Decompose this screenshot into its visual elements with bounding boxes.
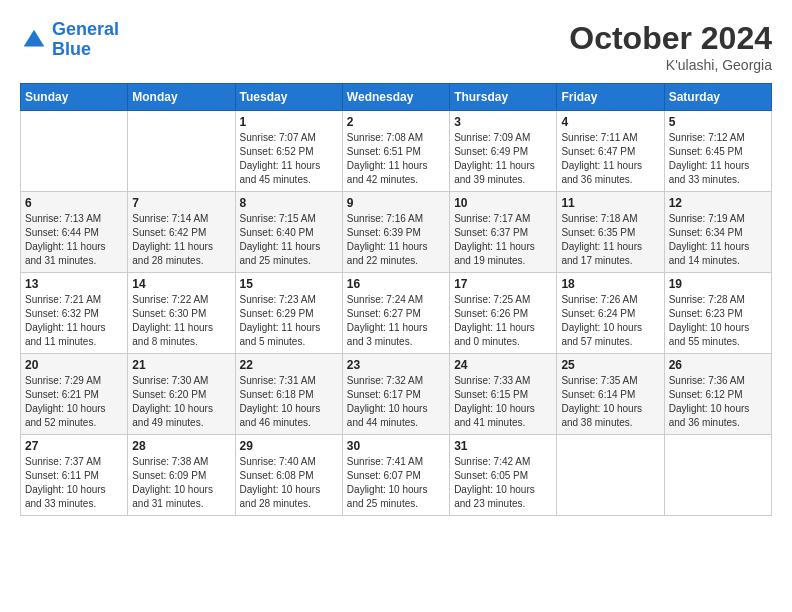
calendar-cell: 20Sunrise: 7:29 AMSunset: 6:21 PMDayligh… (21, 354, 128, 435)
day-info: Sunrise: 7:14 AMSunset: 6:42 PMDaylight:… (132, 212, 230, 268)
page-header: General Blue October 2024 K'ulashi, Geor… (20, 20, 772, 73)
day-number: 3 (454, 115, 552, 129)
calendar-cell: 8Sunrise: 7:15 AMSunset: 6:40 PMDaylight… (235, 192, 342, 273)
calendar-week-2: 13Sunrise: 7:21 AMSunset: 6:32 PMDayligh… (21, 273, 772, 354)
day-info: Sunrise: 7:16 AMSunset: 6:39 PMDaylight:… (347, 212, 445, 268)
day-number: 13 (25, 277, 123, 291)
day-number: 30 (347, 439, 445, 453)
calendar-cell: 30Sunrise: 7:41 AMSunset: 6:07 PMDayligh… (342, 435, 449, 516)
month-title: October 2024 (569, 20, 772, 57)
day-info: Sunrise: 7:23 AMSunset: 6:29 PMDaylight:… (240, 293, 338, 349)
day-number: 26 (669, 358, 767, 372)
calendar-cell: 5Sunrise: 7:12 AMSunset: 6:45 PMDaylight… (664, 111, 771, 192)
day-number: 31 (454, 439, 552, 453)
day-info: Sunrise: 7:38 AMSunset: 6:09 PMDaylight:… (132, 455, 230, 511)
day-info: Sunrise: 7:30 AMSunset: 6:20 PMDaylight:… (132, 374, 230, 430)
day-info: Sunrise: 7:07 AMSunset: 6:52 PMDaylight:… (240, 131, 338, 187)
calendar-cell: 19Sunrise: 7:28 AMSunset: 6:23 PMDayligh… (664, 273, 771, 354)
calendar-cell: 7Sunrise: 7:14 AMSunset: 6:42 PMDaylight… (128, 192, 235, 273)
day-number: 4 (561, 115, 659, 129)
day-number: 6 (25, 196, 123, 210)
day-info: Sunrise: 7:24 AMSunset: 6:27 PMDaylight:… (347, 293, 445, 349)
day-info: Sunrise: 7:29 AMSunset: 6:21 PMDaylight:… (25, 374, 123, 430)
calendar-cell: 2Sunrise: 7:08 AMSunset: 6:51 PMDaylight… (342, 111, 449, 192)
calendar-week-0: 1Sunrise: 7:07 AMSunset: 6:52 PMDaylight… (21, 111, 772, 192)
day-info: Sunrise: 7:40 AMSunset: 6:08 PMDaylight:… (240, 455, 338, 511)
day-info: Sunrise: 7:13 AMSunset: 6:44 PMDaylight:… (25, 212, 123, 268)
header-cell-tuesday: Tuesday (235, 84, 342, 111)
day-info: Sunrise: 7:12 AMSunset: 6:45 PMDaylight:… (669, 131, 767, 187)
header-row: SundayMondayTuesdayWednesdayThursdayFrid… (21, 84, 772, 111)
day-info: Sunrise: 7:17 AMSunset: 6:37 PMDaylight:… (454, 212, 552, 268)
day-info: Sunrise: 7:22 AMSunset: 6:30 PMDaylight:… (132, 293, 230, 349)
day-number: 20 (25, 358, 123, 372)
day-info: Sunrise: 7:28 AMSunset: 6:23 PMDaylight:… (669, 293, 767, 349)
day-info: Sunrise: 7:41 AMSunset: 6:07 PMDaylight:… (347, 455, 445, 511)
calendar-cell: 11Sunrise: 7:18 AMSunset: 6:35 PMDayligh… (557, 192, 664, 273)
day-info: Sunrise: 7:18 AMSunset: 6:35 PMDaylight:… (561, 212, 659, 268)
day-number: 15 (240, 277, 338, 291)
calendar-cell: 6Sunrise: 7:13 AMSunset: 6:44 PMDaylight… (21, 192, 128, 273)
calendar-cell: 26Sunrise: 7:36 AMSunset: 6:12 PMDayligh… (664, 354, 771, 435)
day-info: Sunrise: 7:36 AMSunset: 6:12 PMDaylight:… (669, 374, 767, 430)
day-number: 28 (132, 439, 230, 453)
day-number: 1 (240, 115, 338, 129)
calendar-cell: 16Sunrise: 7:24 AMSunset: 6:27 PMDayligh… (342, 273, 449, 354)
day-number: 22 (240, 358, 338, 372)
day-number: 7 (132, 196, 230, 210)
calendar-cell: 9Sunrise: 7:16 AMSunset: 6:39 PMDaylight… (342, 192, 449, 273)
day-number: 25 (561, 358, 659, 372)
svg-marker-0 (24, 30, 45, 47)
location: K'ulashi, Georgia (569, 57, 772, 73)
day-number: 21 (132, 358, 230, 372)
calendar-cell (557, 435, 664, 516)
day-number: 29 (240, 439, 338, 453)
day-number: 2 (347, 115, 445, 129)
logo-line1: General (52, 19, 119, 39)
month-info: October 2024 K'ulashi, Georgia (569, 20, 772, 73)
header-cell-thursday: Thursday (450, 84, 557, 111)
day-number: 24 (454, 358, 552, 372)
day-number: 16 (347, 277, 445, 291)
calendar-cell: 29Sunrise: 7:40 AMSunset: 6:08 PMDayligh… (235, 435, 342, 516)
calendar-body: 1Sunrise: 7:07 AMSunset: 6:52 PMDaylight… (21, 111, 772, 516)
day-number: 19 (669, 277, 767, 291)
calendar-table: SundayMondayTuesdayWednesdayThursdayFrid… (20, 83, 772, 516)
day-info: Sunrise: 7:31 AMSunset: 6:18 PMDaylight:… (240, 374, 338, 430)
calendar-header: SundayMondayTuesdayWednesdayThursdayFrid… (21, 84, 772, 111)
day-number: 10 (454, 196, 552, 210)
calendar-cell: 10Sunrise: 7:17 AMSunset: 6:37 PMDayligh… (450, 192, 557, 273)
logo: General Blue (20, 20, 119, 60)
calendar-cell: 28Sunrise: 7:38 AMSunset: 6:09 PMDayligh… (128, 435, 235, 516)
calendar-cell (21, 111, 128, 192)
day-number: 12 (669, 196, 767, 210)
day-number: 23 (347, 358, 445, 372)
day-info: Sunrise: 7:35 AMSunset: 6:14 PMDaylight:… (561, 374, 659, 430)
calendar-cell: 15Sunrise: 7:23 AMSunset: 6:29 PMDayligh… (235, 273, 342, 354)
calendar-cell: 23Sunrise: 7:32 AMSunset: 6:17 PMDayligh… (342, 354, 449, 435)
header-cell-friday: Friday (557, 84, 664, 111)
day-number: 5 (669, 115, 767, 129)
calendar-week-1: 6Sunrise: 7:13 AMSunset: 6:44 PMDaylight… (21, 192, 772, 273)
day-info: Sunrise: 7:25 AMSunset: 6:26 PMDaylight:… (454, 293, 552, 349)
calendar-week-3: 20Sunrise: 7:29 AMSunset: 6:21 PMDayligh… (21, 354, 772, 435)
calendar-cell: 27Sunrise: 7:37 AMSunset: 6:11 PMDayligh… (21, 435, 128, 516)
day-number: 14 (132, 277, 230, 291)
day-info: Sunrise: 7:09 AMSunset: 6:49 PMDaylight:… (454, 131, 552, 187)
day-number: 27 (25, 439, 123, 453)
calendar-cell: 25Sunrise: 7:35 AMSunset: 6:14 PMDayligh… (557, 354, 664, 435)
header-cell-wednesday: Wednesday (342, 84, 449, 111)
calendar-cell: 13Sunrise: 7:21 AMSunset: 6:32 PMDayligh… (21, 273, 128, 354)
calendar-cell: 24Sunrise: 7:33 AMSunset: 6:15 PMDayligh… (450, 354, 557, 435)
day-info: Sunrise: 7:26 AMSunset: 6:24 PMDaylight:… (561, 293, 659, 349)
day-number: 8 (240, 196, 338, 210)
calendar-cell: 4Sunrise: 7:11 AMSunset: 6:47 PMDaylight… (557, 111, 664, 192)
day-number: 9 (347, 196, 445, 210)
day-number: 18 (561, 277, 659, 291)
day-info: Sunrise: 7:19 AMSunset: 6:34 PMDaylight:… (669, 212, 767, 268)
calendar-cell: 22Sunrise: 7:31 AMSunset: 6:18 PMDayligh… (235, 354, 342, 435)
calendar-cell: 18Sunrise: 7:26 AMSunset: 6:24 PMDayligh… (557, 273, 664, 354)
logo-icon (20, 26, 48, 54)
header-cell-sunday: Sunday (21, 84, 128, 111)
calendar-cell (664, 435, 771, 516)
